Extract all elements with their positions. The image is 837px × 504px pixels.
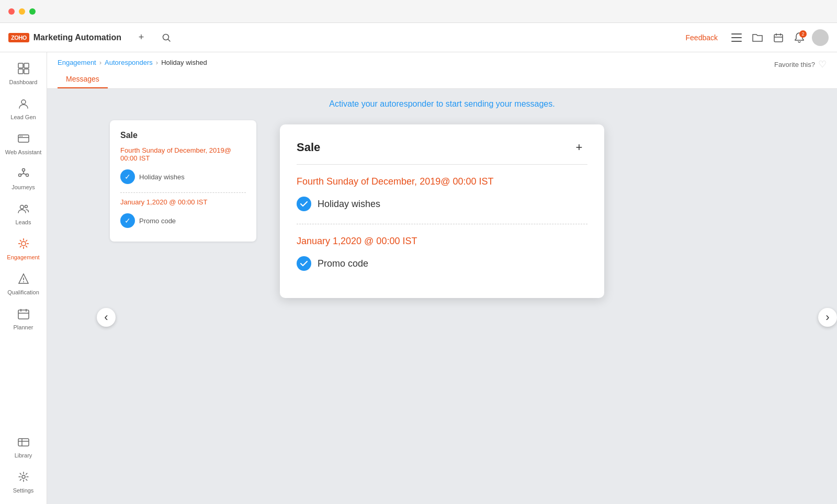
svg-point-0 [163,34,169,40]
svg-line-34 [20,246,21,247]
content-body: Activate your autoresponder to start sen… [47,89,837,504]
breadcrumb-autoresponders[interactable]: Autoresponders [105,59,153,66]
svg-line-23 [24,174,27,175]
svg-rect-3 [731,37,742,38]
breadcrumb: Engagement › Autoresponders › Holiday wi… [58,59,827,66]
user-avatar[interactable] [812,29,829,46]
popup-item-promo: Promo code [297,256,587,271]
breadcrumb-engagement[interactable]: Engagement [58,59,96,66]
sidebar-label-lead-gen: Lead Gen [10,114,36,120]
sidebar-item-settings[interactable]: Settings [0,465,47,500]
sidebar-label-engagement: Engagement [7,254,39,260]
maximize-button[interactable] [29,8,36,15]
popup-section-1: Fourth Sunday of December, 2019@ 00:00 I… [297,175,587,211]
popup-section-divider [297,224,587,224]
tabs: Messages [58,71,827,88]
svg-point-24 [20,205,24,209]
bg-card-title: Sale [120,131,246,140]
sidebar-item-journeys[interactable]: Journeys [0,162,47,197]
list-view-button[interactable] [728,29,745,46]
svg-line-32 [26,246,27,247]
planner-icon [18,308,29,322]
prev-arrow-icon: ‹ [104,311,108,324]
sidebar-item-lead-gen[interactable]: Lead Gen [0,91,47,127]
lead-gen-icon [18,98,29,112]
sidebar-label-settings: Settings [13,487,34,494]
sidebar-label-dashboard: Dashboard [9,79,38,85]
svg-rect-11 [18,69,23,74]
prev-arrow[interactable]: ‹ [97,308,116,327]
svg-line-31 [20,240,21,242]
feedback-button[interactable]: Feedback [682,31,722,44]
add-button[interactable]: + [132,28,151,47]
next-arrow-icon: › [825,311,829,324]
sidebar-item-qualification[interactable]: Qualification [0,267,47,302]
engagement-icon [18,238,29,252]
folder-button[interactable] [749,29,766,46]
bg-card-date-2: January 1,2020 @ 00:00 IST [120,198,246,206]
traffic-lights [8,8,36,15]
checkmark-icon-2 [300,261,308,267]
popup-date-2: January 1,2020 @ 00:00 IST [297,235,587,248]
popup-item-holiday: Holiday wishes [297,197,587,211]
svg-line-22 [20,174,24,175]
breadcrumb-sep-1: › [99,59,101,66]
web-assistant-icon [18,133,29,147]
bg-card-msg-2: Promo code [139,217,176,225]
tab-messages[interactable]: Messages [58,71,108,88]
popup-card: Sale + Fourth Sunday of December, 2019@ … [280,124,604,298]
next-arrow[interactable]: › [818,308,837,327]
sidebar-label-planner: Planner [14,324,33,330]
calendar-button[interactable] [770,29,787,46]
notification-badge: 2 [799,30,807,38]
bg-card-date-1: Fourth Sunday of December, 2019@ 00:00 I… [120,146,246,162]
popup-add-button[interactable]: + [571,139,587,156]
close-button[interactable] [8,8,15,15]
svg-rect-42 [18,439,29,446]
sidebar-item-library[interactable]: Library [0,430,47,465]
search-button[interactable] [157,28,176,47]
calendar-icon [774,33,783,42]
settings-icon [18,471,29,485]
sidebar-item-planner[interactable]: Planner [0,302,47,337]
sidebar: Dashboard Lead Gen Web Assistant [0,52,47,504]
svg-rect-5 [774,35,783,42]
sidebar-item-engagement[interactable]: Engagement [0,232,47,267]
zoho-logo: ZOHO Marketing Automation [8,33,121,42]
sidebar-item-web-assistant[interactable]: Web Assistant [0,127,47,162]
favorite-area[interactable]: Favorite this? ♡ [774,59,827,70]
svg-rect-12 [24,69,29,74]
popup-msg-promo: Promo code [318,258,368,269]
svg-point-26 [21,242,26,246]
svg-point-17 [21,136,22,137]
minimize-button[interactable] [19,8,25,15]
sidebar-item-dashboard[interactable]: Dashboard [0,56,47,91]
svg-rect-10 [24,63,29,68]
bg-card-msg-1: Holiday wishes [139,173,185,181]
svg-point-37 [23,281,24,282]
main-layout: Dashboard Lead Gen Web Assistant [0,52,837,504]
sidebar-item-leads[interactable]: Leads [0,197,47,232]
bg-card-item-promo: ✓ Promo code [120,210,246,231]
bg-card-divider [120,192,246,193]
breadcrumb-current: Holiday wished [161,59,207,66]
popup-check-icon-2 [297,256,311,271]
content-header: Engagement › Autoresponders › Holiday wi… [47,52,837,89]
check-icon-1: ✓ [120,169,135,184]
leads-icon [18,203,29,217]
popup-msg-holiday: Holiday wishes [318,199,380,210]
popup-section-2: January 1,2020 @ 00:00 IST Promo code [297,235,587,271]
sidebar-label-library: Library [15,452,32,459]
nav-right-icons: 2 [728,29,829,46]
svg-rect-2 [731,33,742,35]
svg-rect-38 [18,310,29,319]
main-content: Engagement › Autoresponders › Holiday wi… [47,52,837,504]
svg-point-45 [22,475,25,478]
svg-point-13 [21,100,26,104]
checkmark-icon [300,201,308,207]
activate-message: Activate your autoresponder to start sen… [329,99,555,109]
popup-card-title: Sale [297,141,320,154]
qualification-icon [18,273,29,287]
dashboard-icon [18,63,29,77]
notifications-button[interactable]: 2 [791,29,808,46]
